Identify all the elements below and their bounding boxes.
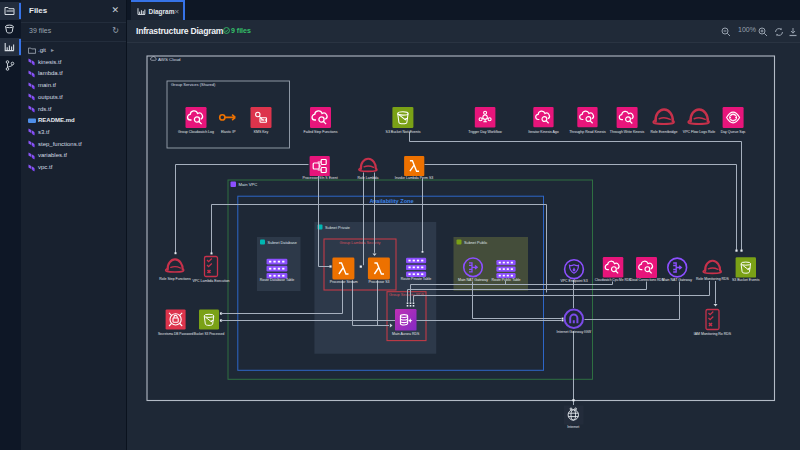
svg-text:Route Private Table: Route Private Table — [401, 277, 432, 281]
svg-text:Trigger Day Workflow: Trigger Day Workflow — [468, 130, 502, 134]
svg-text:Iterator Kinesis Ago: Iterator Kinesis Ago — [528, 130, 558, 134]
svg-text:Processor S3: Processor S3 — [368, 280, 389, 284]
svg-text:Group Services (Shared): Group Services (Shared) — [171, 82, 216, 87]
svg-text:Role Monitoring RDS: Role Monitoring RDS — [696, 277, 730, 281]
svg-text:Main NAT Gateway: Main NAT Gateway — [662, 278, 692, 282]
svg-text:Group Security RDS: Group Security RDS — [389, 292, 425, 297]
svg-text:Secretsma DB Password: Secretsma DB Password — [158, 332, 194, 336]
svg-text:Subnet Public: Subnet Public — [464, 241, 488, 245]
svg-text:Internet: Internet — [567, 425, 579, 429]
svg-text:VPC Lambda Execution: VPC Lambda Execution — [192, 279, 229, 283]
svg-text:IAM Monitoring Ro RDS: IAM Monitoring Ro RDS — [694, 332, 732, 336]
svg-text:VPC Flow Logs Role: VPC Flow Logs Role — [683, 130, 715, 134]
svg-text:KMS Key: KMS Key — [254, 130, 269, 134]
svg-text:Group Cloudwatch Log: Group Cloudwatch Log — [178, 130, 214, 134]
svg-text:Route Database Table: Route Database Table — [260, 278, 295, 282]
svg-text:Day Queue Sqs: Day Queue Sqs — [721, 130, 746, 134]
svg-text:Subnet Database: Subnet Database — [268, 241, 297, 245]
svg-text:Invoke Lambda Perm S3: Invoke Lambda Perm S3 — [395, 176, 434, 180]
svg-text:Throughp Read Kinesis: Throughp Read Kinesis — [569, 130, 606, 134]
svg-text:Main VPC: Main VPC — [239, 182, 258, 187]
svg-text:Route Public Table: Route Public Table — [491, 278, 520, 282]
svg-text:Role Step Functions: Role Step Functions — [159, 277, 191, 281]
svg-text:Elastic IP: Elastic IP — [221, 130, 236, 134]
svg-text:Role Lambda: Role Lambda — [358, 176, 379, 180]
svg-text:Availability Zone: Availability Zone — [369, 198, 413, 204]
svg-text:Bucket S3 Processed: Bucket S3 Processed — [194, 332, 225, 336]
svg-text:AWS Cloud: AWS Cloud — [158, 57, 181, 62]
svg-text:Processor Stream: Processor Stream — [330, 280, 358, 284]
svg-text:Cloudwatch Cpu Me RDS: Cloudwatch Cpu Me RDS — [595, 278, 631, 282]
svg-text:VPC Endpoint S3: VPC Endpoint S3 — [560, 279, 587, 283]
svg-text:Cloud Connections RDS: Cloud Connections RDS — [629, 278, 664, 282]
svg-text:Through Write Kinesis: Through Write Kinesis — [610, 130, 645, 134]
svg-text:Processor Sfn S Event: Processor Sfn S Event — [302, 176, 337, 180]
svg-text:S3 Bucket Events: S3 Bucket Events — [732, 278, 760, 282]
svg-text:Main Aurora RDS: Main Aurora RDS — [392, 332, 420, 336]
svg-text:Role Eventbridge: Role Eventbridge — [651, 130, 678, 134]
svg-text:Subnet Private: Subnet Private — [325, 226, 350, 230]
svg-text:Main NAT Gateway: Main NAT Gateway — [458, 278, 488, 282]
svg-text:Failed Step Functions: Failed Step Functions — [304, 130, 338, 134]
svg-text:Internet Gateway IGW: Internet Gateway IGW — [556, 330, 591, 334]
svg-text:S3 Bucket Noti Events: S3 Bucket Noti Events — [386, 130, 421, 134]
